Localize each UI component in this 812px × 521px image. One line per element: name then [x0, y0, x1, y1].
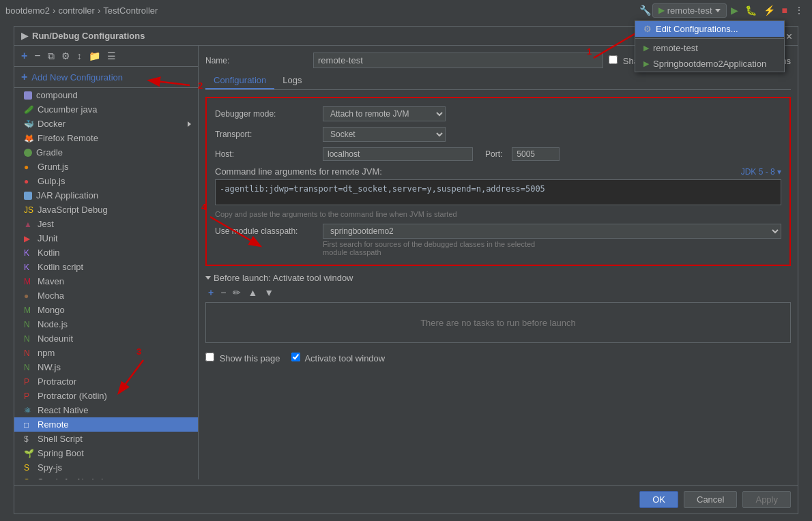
list-item[interactable]: JAR Application: [14, 188, 198, 203]
nodeunit-icon: N: [24, 334, 33, 344]
run-config-dropdown[interactable]: ▶ remote-test: [652, 3, 727, 18]
transport-row: Transport: Socket: [215, 127, 781, 142]
cmd-section: Command line arguments for remote JVM: J…: [215, 166, 781, 218]
activate-window-option: Activate tool window: [291, 353, 386, 363]
before-launch-empty: There are no tasks to run before launch: [205, 302, 791, 343]
protractor-icon: P: [24, 377, 33, 387]
list-item[interactable]: K Kotlin: [14, 245, 198, 260]
tab-logs[interactable]: Logs: [274, 72, 310, 89]
remote-label: Remote: [38, 419, 69, 430]
config-settings-button[interactable]: ⚙: [59, 49, 73, 63]
module-classpath-select[interactable]: springbootdemo2: [323, 224, 781, 239]
remove-config-button[interactable]: −: [31, 48, 43, 63]
copy-config-button[interactable]: ⧉: [45, 49, 57, 63]
gradle-icon: [24, 149, 32, 157]
list-item[interactable]: Gradle: [14, 145, 198, 160]
module-classpath-label: Use module classpath:: [215, 226, 317, 236]
coverage-button[interactable]: ⚡: [761, 3, 778, 17]
firefox-icon: 🦊: [24, 134, 33, 143]
list-item[interactable]: $ Shell Script: [14, 432, 198, 446]
compound-icon: [24, 91, 32, 100]
show-page-checkbox[interactable]: [205, 353, 214, 361]
list-item[interactable]: M Maven: [14, 274, 198, 288]
top-bar: bootdemo2 › controller › TestController …: [0, 0, 812, 20]
spyjs-node-icon: S: [24, 477, 33, 480]
host-input[interactable]: [323, 147, 473, 161]
list-item[interactable]: ⚛ React Native: [14, 403, 198, 417]
spyjs-icon: S: [24, 463, 33, 473]
debugger-mode-select[interactable]: Attach to remote JVM: [323, 106, 446, 121]
spring-boot-icon: 🌱: [24, 449, 33, 458]
debug-button[interactable]: 🐛: [742, 3, 759, 17]
breadcrumb-part3: TestController: [103, 5, 158, 16]
mongo-icon: M: [24, 306, 33, 315]
run-button[interactable]: ▶: [728, 3, 741, 17]
list-item[interactable]: ● Grunt.js: [14, 160, 198, 174]
stop-button[interactable]: ■: [779, 3, 790, 17]
springboot-app-item[interactable]: ▶ Springbootdemo2Application: [635, 56, 784, 72]
edit-configurations-item[interactable]: ⚙ Edit Configurations...: [635, 21, 784, 37]
list-item[interactable]: N npm: [14, 346, 198, 360]
list-item[interactable]: 🌱 Spring Boot: [14, 446, 198, 460]
move-up-task-button[interactable]: ▲: [245, 286, 260, 299]
close-button[interactable]: ×: [786, 31, 792, 43]
remote-test-item[interactable]: ▶ remote-test: [635, 40, 784, 56]
add-task-button[interactable]: +: [205, 286, 216, 299]
list-item[interactable]: JS JavaScript Debug: [14, 203, 198, 217]
remove-task-button[interactable]: −: [218, 286, 229, 299]
port-input[interactable]: [512, 147, 560, 161]
list-item[interactable]: M Mongo: [14, 303, 198, 317]
list-item[interactable]: K Kotlin script: [14, 260, 198, 274]
list-item[interactable]: ▶ JUnit: [14, 231, 198, 245]
transport-select[interactable]: Socket: [323, 127, 446, 142]
list-item[interactable]: N Node.js: [14, 317, 198, 331]
nwjs-icon: N: [24, 363, 33, 372]
tab-configuration[interactable]: Configuration: [205, 72, 274, 89]
list-button[interactable]: ☰: [104, 49, 119, 63]
add-config-button[interactable]: +: [18, 48, 30, 63]
cancel-button[interactable]: Cancel: [684, 491, 737, 508]
remote-icon: □: [24, 420, 33, 430]
cmd-textarea[interactable]: -agentlib:jdwp=transport=dt_socket,serve…: [215, 179, 781, 205]
list-item[interactable]: ▲ Jest: [14, 217, 198, 231]
folder-button[interactable]: 📁: [86, 49, 103, 63]
ok-button[interactable]: OK: [639, 491, 678, 508]
npm-icon: N: [24, 348, 33, 358]
run-debug-dialog: ▶ Run/Debug Configurations × + − ⧉ ⚙ ↕ 📁…: [14, 26, 798, 514]
before-launch-collapse-icon: [205, 276, 211, 280]
list-item[interactable]: N Nodeunit: [14, 331, 198, 346]
remote-list-item[interactable]: □ Remote: [14, 417, 198, 432]
jdk-link[interactable]: JDK 5 - 8 ▾: [741, 167, 781, 177]
list-item[interactable]: 🦊 Firefox Remote: [14, 131, 198, 145]
list-item[interactable]: ● Mocha: [14, 288, 198, 303]
list-item[interactable]: P Protractor (Kotlin): [14, 389, 198, 403]
add-new-config-item[interactable]: + Add New Configuration: [14, 67, 198, 88]
list-item[interactable]: S Spy-js: [14, 460, 198, 475]
module-hint: First search for sources of the debugged…: [323, 240, 781, 256]
apply-button[interactable]: Apply: [742, 491, 791, 508]
move-down-task-button[interactable]: ▼: [261, 286, 276, 299]
list-item[interactable]: S Spy-js for Node.js: [14, 475, 198, 479]
more-button[interactable]: ⋮: [792, 3, 807, 17]
sort-button[interactable]: ↕: [74, 49, 85, 63]
name-input[interactable]: [313, 53, 603, 68]
edit-task-button[interactable]: ✏: [230, 286, 244, 299]
list-item[interactable]: P Protractor: [14, 374, 198, 389]
share-through-checkbox[interactable]: [609, 55, 618, 64]
list-item[interactable]: compound: [14, 88, 198, 102]
list-item[interactable]: N NW.js: [14, 360, 198, 374]
module-classpath-row: Use module classpath: springbootdemo2: [215, 224, 781, 239]
list-item[interactable]: 🐳 Docker: [14, 117, 198, 131]
mocha-icon: ●: [24, 291, 33, 301]
list-item[interactable]: 🥒 Cucumber java: [14, 102, 198, 117]
cmd-label-row: Command line arguments for remote JVM: J…: [215, 166, 781, 177]
config-icon: ▶: [658, 5, 665, 15]
dialog-footer: OK Cancel Apply: [14, 485, 798, 513]
breadcrumb-part1: bootdemo2: [5, 5, 50, 16]
list-item[interactable]: ● Gulp.js: [14, 174, 198, 188]
before-launch-label: Before launch: Activate tool window: [214, 273, 353, 283]
activate-window-checkbox[interactable]: [291, 353, 300, 361]
breadcrumb-part2: controller: [58, 5, 94, 16]
plus-icon: +: [21, 71, 27, 83]
remote-test-icon: ▶: [643, 44, 649, 53]
